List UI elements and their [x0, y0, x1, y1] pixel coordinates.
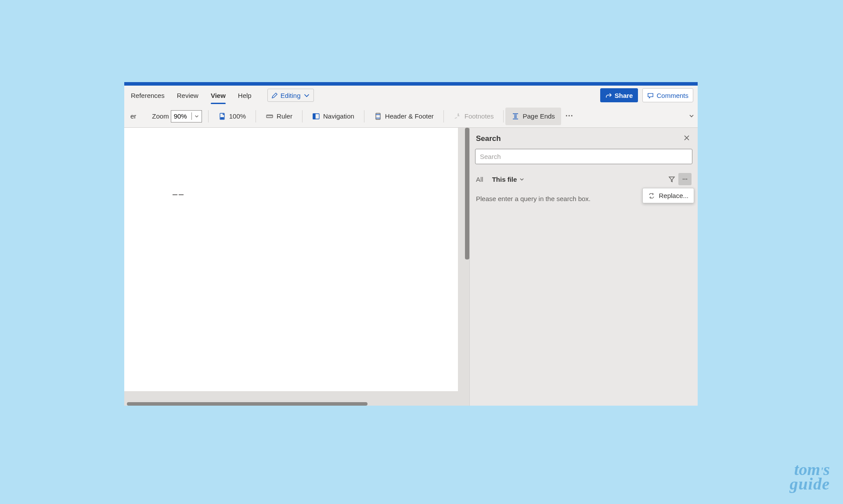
separator	[503, 110, 504, 122]
zoom-100-button[interactable]: 100%	[215, 108, 249, 125]
page-ends-label: Page Ends	[522, 112, 555, 120]
chevron-down-icon	[303, 92, 310, 99]
filter-thisfile-label: This file	[492, 176, 517, 183]
svg-rect-1	[220, 117, 224, 119]
document-text[interactable]: ––	[173, 189, 185, 199]
ruler-icon	[266, 112, 274, 120]
navigation-button[interactable]: Navigation	[309, 108, 358, 125]
tab-view[interactable]: View	[205, 86, 232, 105]
toms-guide-watermark: tom's guide	[776, 462, 830, 491]
share-label: Share	[615, 92, 633, 99]
collapse-ribbon-button[interactable]	[685, 111, 698, 122]
search-input[interactable]	[475, 149, 692, 164]
svg-rect-5	[376, 113, 380, 119]
comment-icon	[647, 92, 654, 99]
comments-button[interactable]: Comments	[642, 88, 693, 102]
ruler-label: Ruler	[277, 112, 292, 120]
svg-rect-4	[313, 114, 315, 119]
horizontal-scrollbar[interactable]	[127, 402, 367, 406]
separator	[443, 110, 444, 122]
more-dots-icon	[681, 176, 688, 183]
header-footer-label: Header & Footer	[385, 112, 434, 120]
zoom-label: Zoom	[148, 108, 170, 125]
svg-point-9	[686, 179, 687, 180]
toolbar-er-fragment[interactable]: er	[130, 108, 140, 125]
view-toolbar: er Zoom 90% 100% Ruler	[124, 105, 698, 128]
navigation-icon	[312, 112, 320, 120]
header-footer-button[interactable]: Header & Footer	[371, 108, 437, 125]
search-more-options-button[interactable]	[678, 173, 692, 185]
page-ends-button[interactable]: Page Ends	[505, 108, 561, 125]
separator	[256, 110, 256, 122]
separator	[364, 110, 364, 122]
more-options-button[interactable]: ···	[561, 108, 578, 124]
content-area: –– Search All This file	[124, 128, 698, 406]
replace-menu-item[interactable]: Replace...	[642, 188, 694, 203]
editing-label: Editing	[281, 92, 301, 99]
svg-point-8	[684, 179, 685, 180]
close-search-button[interactable]	[682, 133, 692, 144]
filter-icon	[668, 176, 675, 183]
footnotes-icon: 1	[454, 112, 461, 120]
search-panel-title: Search	[476, 134, 501, 143]
svg-point-7	[683, 179, 684, 180]
page-ends-icon	[512, 112, 519, 120]
vertical-scrollbar[interactable]	[465, 128, 469, 259]
separator	[302, 110, 303, 122]
page-100-icon	[218, 112, 226, 120]
filter-button[interactable]	[665, 173, 678, 185]
zoom-100-label: 100%	[229, 112, 246, 120]
tab-help[interactable]: Help	[232, 86, 258, 105]
replace-icon	[648, 192, 655, 199]
replace-label: Replace...	[659, 192, 688, 199]
tab-references[interactable]: References	[125, 86, 171, 105]
zoom-value: 90%	[174, 112, 187, 120]
chevron-down-icon	[191, 112, 199, 120]
document-page[interactable]: ––	[124, 128, 458, 391]
navigation-label: Navigation	[323, 112, 354, 120]
pencil-icon	[271, 92, 278, 99]
header-footer-icon	[374, 112, 382, 120]
svg-text:1: 1	[458, 113, 459, 116]
search-filter-thisfile[interactable]: This file	[492, 176, 525, 183]
share-icon	[605, 92, 612, 99]
zoom-select[interactable]: 90%	[171, 110, 202, 122]
tab-review[interactable]: Review	[171, 86, 205, 105]
ruler-button[interactable]: Ruler	[262, 108, 296, 125]
title-bar	[124, 82, 698, 86]
editing-mode-dropdown[interactable]: Editing	[267, 89, 314, 102]
search-panel: Search All This file	[469, 128, 698, 406]
search-filter-all[interactable]: All	[476, 176, 483, 183]
word-app-window: References Review View Help Editing Shar…	[124, 82, 698, 406]
chevron-down-icon	[519, 177, 524, 182]
comments-label: Comments	[656, 92, 688, 99]
footnotes-button: 1 Footnotes	[450, 108, 497, 125]
footnotes-label: Footnotes	[465, 112, 494, 120]
ribbon-tabs: References Review View Help Editing Shar…	[124, 86, 698, 105]
share-button[interactable]: Share	[600, 88, 638, 102]
document-pane[interactable]: ––	[124, 128, 469, 406]
close-icon	[684, 135, 690, 141]
separator	[208, 110, 209, 122]
